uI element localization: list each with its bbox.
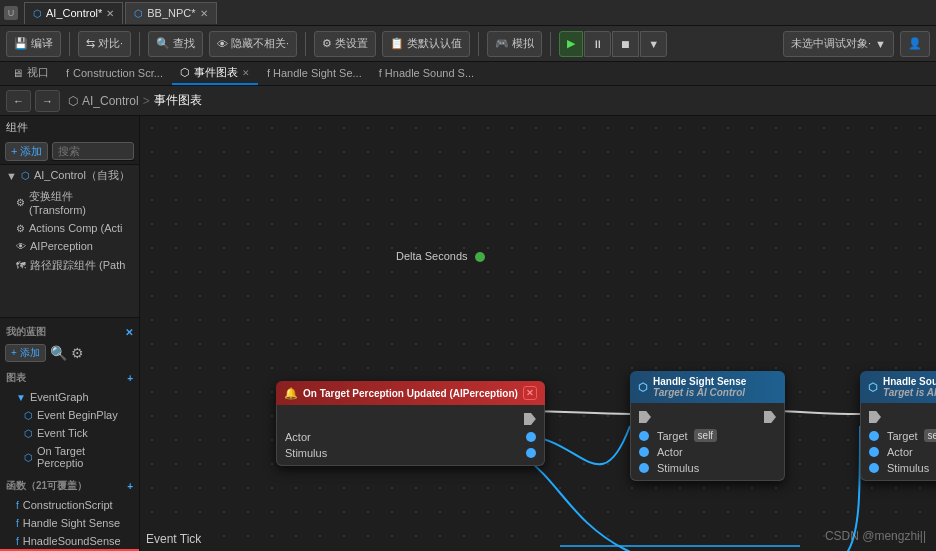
tab-close-event-graph[interactable]: ✕ <box>242 68 250 78</box>
sight-actor-row: Actor <box>631 444 784 460</box>
perception-node-close[interactable]: ✕ <box>523 386 537 400</box>
sight-actor-in-pin[interactable] <box>639 447 649 457</box>
tab-close-bb[interactable]: ✕ <box>200 8 208 19</box>
sidebar-item-aiperception[interactable]: 👁 AIPerception <box>0 237 139 255</box>
save-button[interactable]: 💾 编译 <box>6 31 61 57</box>
breadcrumb-current: 事件图表 <box>154 92 202 109</box>
node-perception-updated[interactable]: 🔔 On Target Perception Updated (AIPercep… <box>276 381 545 466</box>
perception-node-body: Actor Stimulus <box>276 405 545 466</box>
sight-exec-in-pin[interactable] <box>639 411 651 423</box>
sidebar-item-hnadle-sound[interactable]: f HnadleSoundSense <box>0 532 139 551</box>
watermark: CSDN @mengzhi|| <box>825 529 926 543</box>
profile-button[interactable]: 👤 <box>900 31 930 57</box>
sidebar-item-transform[interactable]: ⚙ 变换组件 (Transform) <box>0 186 139 219</box>
tab-handle-sight[interactable]: f Handle Sight Se... <box>259 63 370 85</box>
sound-node-icon: ⬡ <box>868 381 878 394</box>
sidebar-item-actions[interactable]: ⚙ Actions Comp (Acti <box>0 219 139 237</box>
class-defaults-button[interactable]: 📋 类默认认值 <box>382 31 470 57</box>
perception-stimulus-row: Stimulus <box>277 445 544 461</box>
more-play-button[interactable]: ▼ <box>640 31 667 57</box>
sound-target-self[interactable]: self <box>924 429 936 442</box>
hide-button[interactable]: 👁 隐藏不相关· <box>209 31 297 57</box>
sidebar-item-handle-sight[interactable]: f Handle Sight Sense <box>0 514 139 532</box>
sidebar-item-ai-control[interactable]: ▼ ⬡ AI_Control（自我） <box>0 165 139 186</box>
viewport-icon: 🖥 <box>12 67 23 79</box>
compare-button[interactable]: ⇆ 对比· <box>78 31 131 57</box>
sight-exec-row <box>631 407 784 427</box>
functions-section: 函数（21可覆盖） + <box>0 476 139 496</box>
tab-bb-npc[interactable]: ⬡ BB_NPC* ✕ <box>125 2 216 24</box>
sound-actor-in-pin[interactable] <box>869 447 879 457</box>
breadcrumb-root[interactable]: AI_Control <box>82 94 139 108</box>
nav-forward-button[interactable]: → <box>35 90 60 112</box>
sidebar-item-eventgraph[interactable]: ▼ EventGraph <box>0 388 139 406</box>
add-blueprint-button[interactable]: ✕ <box>125 327 133 338</box>
node-hnadle-sound[interactable]: ⬡ Hnadle Sound Sen... Target is AI Contr… <box>860 371 936 481</box>
sidebar-item-begin-play[interactable]: ⬡ Event BeginPlay <box>0 406 139 424</box>
tab-close-ai[interactable]: ✕ <box>106 8 114 19</box>
component-search-input[interactable] <box>52 142 134 160</box>
settings-blueprint-button[interactable]: ⚙ <box>71 345 84 361</box>
editor-tab-bar: 🖥 视口 f Construction Scr... ⬡ 事件图表 ✕ f Ha… <box>0 62 936 86</box>
sound-target-in-pin[interactable] <box>869 431 879 441</box>
node-handle-sight[interactable]: ⬡ Handle Sight Sense Target is AI Contro… <box>630 371 785 481</box>
sound-node-subtitle: Target is AI Contro... <box>883 387 936 398</box>
play-button[interactable]: ▶ <box>559 31 583 57</box>
add-function-button[interactable]: + <box>127 481 133 492</box>
breadcrumb: ⬡ AI_Control > 事件图表 <box>68 92 202 109</box>
sidebar-item-event-tick[interactable]: ⬡ Event Tick <box>0 424 139 442</box>
tab-ai-control[interactable]: ⬡ AI_Control* ✕ <box>24 2 123 24</box>
search-button[interactable]: 🔍 查找 <box>148 31 203 57</box>
perception-exec-out-pin[interactable] <box>524 413 536 425</box>
tab-hnadle-sound[interactable]: f Hnadle Sound S... <box>371 63 482 85</box>
stop-button[interactable]: ⏹ <box>612 31 639 57</box>
tab-event-graph[interactable]: ⬡ 事件图表 ✕ <box>172 63 258 85</box>
sound-target-row: Target self <box>861 427 936 444</box>
sound-exec-row <box>861 407 936 427</box>
connection-lines <box>140 116 936 551</box>
sight-target-row: Target self <box>631 427 784 444</box>
simulate-icon: 🎮 <box>495 37 509 50</box>
debug-target-selector[interactable]: 未选中调试对象· ▼ <box>783 31 894 57</box>
sound-node-title: Hnadle Sound Sen... <box>883 376 936 387</box>
sidebar-item-pathtracking[interactable]: 🗺 路径跟踪组件 (Path <box>0 255 139 276</box>
sight-stimulus-in-pin[interactable] <box>639 463 649 473</box>
add-graph-button[interactable]: + 添加 <box>5 344 46 362</box>
sight-target-in-pin[interactable] <box>639 431 649 441</box>
sound-exec-in-pin[interactable] <box>869 411 881 423</box>
delta-seconds-label: Delta Seconds <box>396 250 485 262</box>
toolbar-separator-3 <box>305 32 306 56</box>
event-graph-icon: ⬡ <box>180 66 190 79</box>
search-blueprint-button[interactable]: 🔍 <box>50 345 67 361</box>
sound-stimulus-in-pin[interactable] <box>869 463 879 473</box>
perception-node-title: On Target Perception Updated (AIPercepti… <box>303 388 518 399</box>
class-settings-button[interactable]: ⚙ 类设置 <box>314 31 376 57</box>
add-graph-item-button[interactable]: + <box>127 373 133 384</box>
graphs-section: 图表 + <box>0 368 139 388</box>
pause-button[interactable]: ⏸ <box>584 31 611 57</box>
sound-stimulus-row: Stimulus <box>861 460 936 476</box>
tab-construction-script[interactable]: f Construction Scr... <box>58 63 171 85</box>
perception-actor-row: Actor <box>277 429 544 445</box>
main-toolbar: 💾 编译 ⇆ 对比· 🔍 查找 👁 隐藏不相关· ⚙ 类设置 📋 类默认认值 🎮… <box>0 26 936 62</box>
tab-viewport[interactable]: 🖥 视口 <box>4 63 57 85</box>
toolbar-separator-1 <box>69 32 70 56</box>
window-tab-bar: U ⬡ AI_Control* ✕ ⬡ BB_NPC* ✕ <box>0 0 936 26</box>
add-component-button[interactable]: + 添加 <box>5 142 48 161</box>
sound-node-body: Target self Actor Stimulus <box>860 403 936 481</box>
breadcrumb-sep: > <box>143 94 150 108</box>
dropdown-icon: ▼ <box>875 38 886 50</box>
nav-back-button[interactable]: ← <box>6 90 31 112</box>
toolbar-separator-2 <box>139 32 140 56</box>
compare-icon: ⇆ <box>86 37 95 50</box>
sidebar-item-construction[interactable]: f ConstructionScript <box>0 496 139 514</box>
blueprint-canvas[interactable]: Delta Seconds Event Tick 🔔 On Target Per… <box>140 116 936 551</box>
sight-target-self[interactable]: self <box>694 429 718 442</box>
simulate-button[interactable]: 🎮 模拟 <box>487 31 542 57</box>
sight-exec-out-pin[interactable] <box>764 411 776 423</box>
perception-actor-pin[interactable] <box>526 432 536 442</box>
component-search <box>52 142 134 161</box>
perception-stimulus-pin[interactable] <box>526 448 536 458</box>
sidebar-item-on-target[interactable]: ⬡ On Target Perceptio <box>0 442 139 472</box>
sight-stimulus-row: Stimulus <box>631 460 784 476</box>
